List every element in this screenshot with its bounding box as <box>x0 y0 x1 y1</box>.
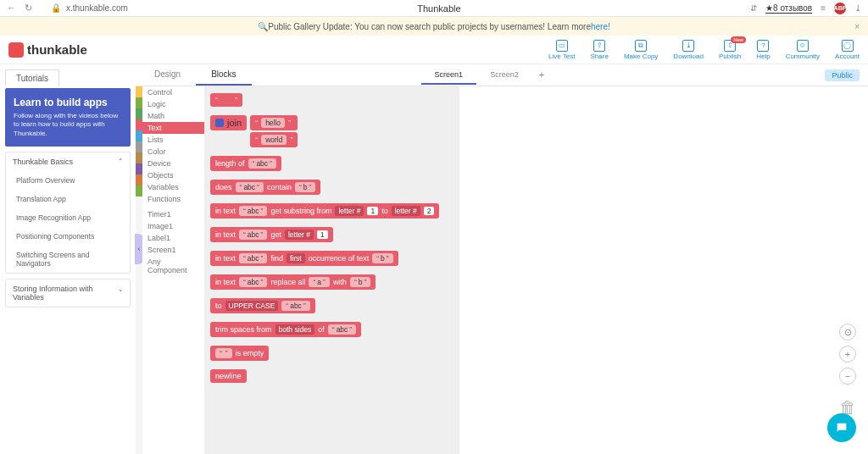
zoom-out-button[interactable]: − <box>839 368 856 385</box>
phone-icon: ▭ <box>556 40 568 52</box>
component-image1[interactable]: Image1 <box>142 220 204 232</box>
refresh-icon[interactable]: ↻ <box>25 3 32 14</box>
account-button[interactable]: ◯Account <box>835 40 860 60</box>
back-icon[interactable]: ← <box>7 3 16 14</box>
category-color-strip <box>136 86 142 454</box>
abp-icon[interactable]: ABP <box>834 3 846 14</box>
banner-icon: 🔍 <box>258 22 268 31</box>
block-newline[interactable]: newline <box>210 369 247 383</box>
basics-item[interactable]: Platform Overview <box>6 171 130 190</box>
help-button[interactable]: ?Help <box>756 40 770 60</box>
reviews-link[interactable]: ★8 отзывов <box>765 3 812 14</box>
browser-chrome: ← ↻ 🔒 x.thunkable.com Thunkable ⇵ ★8 отз… <box>0 0 868 17</box>
community-button[interactable]: ☺Community <box>786 40 820 60</box>
category-text[interactable]: Text <box>142 122 204 134</box>
category-variables[interactable]: Variables <box>142 181 204 193</box>
basics-item[interactable]: Positioning Components <box>6 227 130 246</box>
add-screen-button[interactable]: + <box>532 66 551 85</box>
banner-link[interactable]: here! <box>591 22 610 31</box>
chevron-down-icon: ˅ <box>119 289 123 297</box>
category-objects[interactable]: Objects <box>142 169 204 181</box>
chevron-up-icon: ˄ <box>119 158 123 166</box>
learn-title: Learn to build apps <box>14 97 122 108</box>
block-replace-all[interactable]: in text “abc” replace all “a” with “b” <box>210 274 376 290</box>
component-any-component[interactable]: Any Component <box>142 256 204 276</box>
tab-row: Design Blocks Screen1 Screen2 + Public <box>136 64 868 86</box>
block-does-contain[interactable]: does “abc” contain “b” <box>210 180 320 195</box>
component-label1[interactable]: Label1 <box>142 232 204 244</box>
share-icon: ⇪ <box>593 40 605 52</box>
block-upper-case[interactable]: to UPPER CASE “abc” <box>210 298 315 313</box>
basics-item[interactable]: Translation App <box>6 190 130 208</box>
app-header: thunkable ▭Live Test ⇪Share ⧉Make Copy ⤓… <box>0 36 868 64</box>
center-button[interactable]: ⊙ <box>839 324 856 340</box>
logo-text: thunkable <box>27 42 87 57</box>
learn-desc: Follow along with the videos below to le… <box>14 112 122 138</box>
url-text: x.thunkable.com <box>66 3 128 13</box>
component-screen1[interactable]: Screen1 <box>142 244 204 256</box>
storing-accordion: Storing Information with Variables˅ <box>5 279 131 307</box>
tutorials-tab[interactable]: Tutorials <box>5 69 59 86</box>
editor: ‹ Design Blocks Screen1 Screen2 + Public… <box>136 64 868 454</box>
block-find-occurrence[interactable]: in text “abc” find first occurrence of t… <box>210 251 398 266</box>
notification-banner: 🔍 Public Gallery Update: You can now sea… <box>0 17 868 36</box>
logo-icon <box>8 42 24 58</box>
banner-close-icon[interactable]: × <box>854 22 860 31</box>
live-test-button[interactable]: ▭Live Test <box>548 40 575 60</box>
intercom-button[interactable] <box>827 413 856 442</box>
basics-head[interactable]: Thunkable Basics˄ <box>6 152 130 171</box>
storing-head[interactable]: Storing Information with Variables˅ <box>6 280 130 307</box>
workspace[interactable]: ⊙ + − 🗑 <box>459 86 868 454</box>
new-badge: New <box>731 36 746 43</box>
publish-button[interactable]: ⇧PublishNew <box>719 40 741 60</box>
screen-tab-1[interactable]: Screen1 <box>421 66 477 85</box>
make-copy-button[interactable]: ⧉Make Copy <box>624 40 658 60</box>
public-chip[interactable]: Public <box>825 69 860 81</box>
download-button[interactable]: ⤓Download <box>673 40 704 60</box>
page-title: Thunkable <box>138 3 740 14</box>
ext-icon[interactable]: ⇵ <box>750 3 757 13</box>
block-get-letter[interactable]: in text “abc” get letter # 1 <box>210 227 333 242</box>
block-get-substring[interactable]: in text “abc” get substring from letter … <box>210 203 439 219</box>
category-lists[interactable]: Lists <box>142 134 204 146</box>
category-math[interactable]: Math <box>142 110 204 122</box>
block-is-empty[interactable]: “” is empty <box>210 346 269 361</box>
account-icon: ◯ <box>842 40 854 52</box>
category-list: ControlLogicMathTextListsColorDeviceObje… <box>142 86 205 454</box>
block-trim[interactable]: trim spaces from both sides of “abc” <box>210 322 361 337</box>
block-join[interactable]: join “hello” “world” <box>210 115 454 147</box>
download-icon: ⤓ <box>682 40 694 52</box>
category-color[interactable]: Color <box>142 146 204 158</box>
basics-item[interactable]: Switching Screens and Navigators <box>6 246 130 273</box>
gear-icon[interactable] <box>215 119 224 127</box>
blocks-flyout: 🔊 “ ” join “hello” “world” <box>205 86 459 454</box>
category-functions[interactable]: Functions <box>142 193 204 205</box>
bars-icon[interactable]: ≡ <box>821 3 826 13</box>
logo[interactable]: thunkable <box>8 42 87 58</box>
chat-icon <box>835 421 849 435</box>
basics-item[interactable]: Image Recognition App <box>6 208 130 227</box>
community-icon: ☺ <box>797 40 809 52</box>
help-icon: ? <box>757 40 769 52</box>
banner-text: Public Gallery Update: You can now searc… <box>268 22 591 31</box>
zoom-in-button[interactable]: + <box>839 346 856 363</box>
block-length-of[interactable]: length of “abc” <box>210 156 281 171</box>
block-string-literal[interactable]: “ ” <box>210 93 242 107</box>
lock-icon: 🔒 <box>51 3 61 13</box>
tab-design[interactable]: Design <box>139 64 196 86</box>
category-control[interactable]: Control <box>142 86 204 98</box>
share-button[interactable]: ⇪Share <box>591 40 609 60</box>
copy-icon: ⧉ <box>635 40 647 52</box>
tutorials-sidebar: Tutorials Learn to build apps Follow alo… <box>0 64 136 454</box>
screen-tab-2[interactable]: Screen2 <box>476 66 532 85</box>
download-icon[interactable]: ⤓ <box>854 3 861 13</box>
tab-blocks[interactable]: Blocks <box>196 64 251 86</box>
learn-card: Learn to build apps Follow along with th… <box>5 88 131 147</box>
component-timer1[interactable]: Timer1 <box>142 208 204 220</box>
basics-accordion: Thunkable Basics˄ Platform Overview Tran… <box>5 152 131 274</box>
category-device[interactable]: Device <box>142 158 204 169</box>
category-logic[interactable]: Logic <box>142 98 204 110</box>
